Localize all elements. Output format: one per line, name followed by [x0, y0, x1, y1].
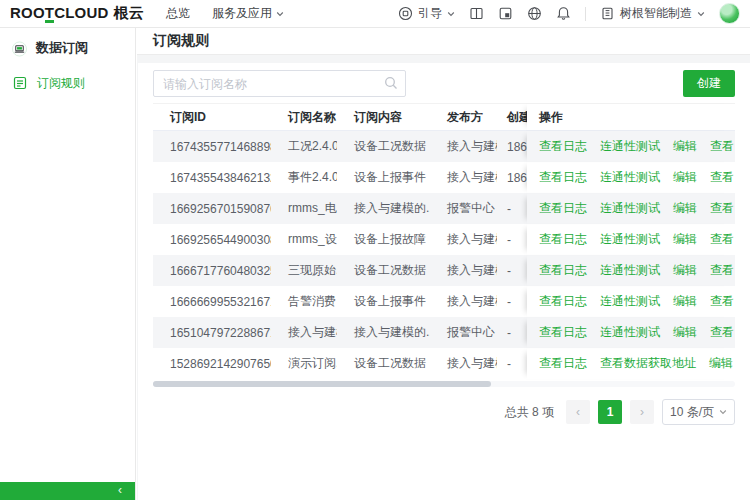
- cell-subscription-id: 1651047972288671745: [153, 317, 271, 348]
- table-row: 1669256701590876161rmms_电...接入与建模的...报警中…: [153, 193, 735, 224]
- rootcloud-logo[interactable]: ROOTCLOUD 根云: [10, 4, 144, 23]
- sidebar: 数据订阅 订阅规则 ‹: [0, 28, 136, 500]
- cell-created-time: 186: [497, 162, 527, 193]
- action-link[interactable]: 查看: [710, 262, 734, 279]
- page-size-select[interactable]: 10 条/页: [662, 399, 735, 425]
- action-link[interactable]: 查看日志: [539, 324, 587, 341]
- search-icon[interactable]: [384, 76, 398, 90]
- sidebar-module-title: 数据订阅: [0, 28, 135, 66]
- cell-publisher: 接入与建模: [430, 286, 497, 317]
- tenant-name: 树根智能制造: [620, 5, 692, 22]
- cell-subscription-name: 告警消费: [271, 286, 337, 317]
- col-header-operations: 操作: [527, 104, 735, 130]
- action-link[interactable]: 编辑: [673, 324, 697, 341]
- divider: [585, 7, 586, 21]
- chevron-down-icon: [276, 10, 284, 18]
- next-page-button[interactable]: ›: [630, 400, 654, 424]
- cell-subscription-content: 设备工况数据: [337, 348, 430, 379]
- action-link[interactable]: 编辑: [673, 293, 697, 310]
- cell-subscription-id: 1674355771468898305: [153, 131, 271, 162]
- sidebar-collapse-button[interactable]: ‹: [0, 482, 135, 500]
- action-link[interactable]: 查看数据获取地址: [600, 355, 696, 372]
- scrollbar-thumb[interactable]: [153, 381, 491, 387]
- cell-subscription-name: 接入与建模: [271, 317, 337, 348]
- content-card: 创建 订阅ID 订阅名称 订阅内容 发布方 创建时间 操作 1674355771…: [138, 63, 750, 500]
- topbar: ROOTCLOUD 根云 总览 服务及应用 引导: [0, 0, 750, 28]
- action-link[interactable]: 连通性测试: [600, 293, 660, 310]
- bell-icon[interactable]: [556, 6, 571, 21]
- action-link[interactable]: 查看: [710, 200, 734, 217]
- action-link[interactable]: 编辑: [673, 231, 697, 248]
- table-row: 1651047972288671745接入与建模接入与建模的...报警中心-查看…: [153, 317, 735, 348]
- col-header-id: 订阅ID: [153, 104, 271, 130]
- action-link[interactable]: 查看日志: [539, 200, 587, 217]
- cell-created-time: -: [497, 317, 527, 348]
- guide-menu[interactable]: 引导: [398, 5, 455, 22]
- action-link[interactable]: 查看日志: [539, 138, 587, 155]
- cell-publisher: 接入与建模: [430, 224, 497, 255]
- horizontal-scrollbar[interactable]: [153, 381, 735, 387]
- guide-icon: [398, 6, 413, 21]
- cell-publisher: 接入与建模: [430, 255, 497, 286]
- cell-publisher: 接入与建模: [430, 131, 497, 162]
- action-link[interactable]: 编辑: [673, 138, 697, 155]
- action-link[interactable]: 连通性测试: [600, 169, 660, 186]
- tenant-switcher[interactable]: 树根智能制造: [600, 5, 705, 22]
- logo-text: ROO: [10, 4, 45, 21]
- cell-operations: 查看日志连通性测试编辑查看⋮: [527, 317, 735, 348]
- globe-icon[interactable]: [527, 6, 542, 21]
- cell-publisher: 接入与建模: [430, 348, 497, 379]
- action-link[interactable]: 编辑: [673, 262, 697, 279]
- action-link[interactable]: 查看: [710, 293, 734, 310]
- nav-services-apps[interactable]: 服务及应用: [212, 5, 284, 22]
- sidebar-title-label: 数据订阅: [36, 39, 88, 57]
- action-link[interactable]: 连通性测试: [600, 200, 660, 217]
- table-row: 1674355771468898305工况2.4.0设备工况数据接入与建模186…: [153, 131, 735, 162]
- logo-underlined-letter: T: [45, 5, 54, 23]
- nav-overview[interactable]: 总览: [166, 5, 190, 22]
- action-link[interactable]: 连通性测试: [600, 324, 660, 341]
- action-link[interactable]: 查看: [710, 138, 734, 155]
- cell-operations: 查看日志连通性测试编辑查看⋮: [527, 131, 735, 162]
- guide-label: 引导: [418, 5, 442, 22]
- table-row: 1669256544900308994rmms_设...设备上报故障接入与建模-…: [153, 224, 735, 255]
- page-number-button[interactable]: 1: [598, 400, 622, 424]
- action-link[interactable]: 查看日志: [539, 169, 587, 186]
- action-link[interactable]: 连通性测试: [600, 262, 660, 279]
- cell-operations: 查看日志连通性测试编辑查看⋮: [527, 255, 735, 286]
- action-link[interactable]: 查看日志: [539, 231, 587, 248]
- cell-created-time: -: [497, 255, 527, 286]
- prev-page-button[interactable]: ‹: [566, 400, 590, 424]
- topbar-right: 引导 树根智能制造: [398, 3, 740, 24]
- cell-subscription-name: 三现原始...: [271, 255, 337, 286]
- action-link[interactable]: 编辑: [673, 169, 697, 186]
- cell-operations: 查看日志连通性测试编辑查看⋮: [527, 162, 735, 193]
- action-link[interactable]: 编辑: [709, 355, 733, 372]
- action-link[interactable]: 查看: [710, 169, 734, 186]
- table-row: 1528692142907650050演示订阅...设备工况数据接入与建模-查看…: [153, 348, 735, 379]
- apps-icon[interactable]: [498, 6, 513, 21]
- docs-icon[interactable]: [469, 6, 484, 21]
- sidebar-item-subscription-rules[interactable]: 订阅规则: [0, 66, 135, 101]
- cell-subscription-name: 工况2.4.0: [271, 131, 337, 162]
- chevron-down-icon: [697, 10, 705, 18]
- cell-subscription-content: 设备上报事件: [337, 286, 430, 317]
- action-link[interactable]: 编辑: [673, 200, 697, 217]
- page-size-value: 10 条/页: [670, 404, 714, 421]
- search-input[interactable]: [153, 70, 406, 97]
- data-subscription-icon: [12, 41, 27, 56]
- action-link[interactable]: 查看: [710, 324, 734, 341]
- create-button[interactable]: 创建: [683, 70, 735, 97]
- user-avatar[interactable]: [719, 3, 740, 24]
- action-link[interactable]: 查看日志: [539, 355, 587, 372]
- cell-operations: 查看日志连通性测试编辑查看⋮: [527, 286, 735, 317]
- action-link[interactable]: 连通性测试: [600, 138, 660, 155]
- cell-subscription-id: 1669256544900308994: [153, 224, 271, 255]
- action-link[interactable]: 查看日志: [539, 262, 587, 279]
- table-body: 1674355771468898305工况2.4.0设备工况数据接入与建模186…: [153, 131, 735, 379]
- cell-created-time: -: [497, 224, 527, 255]
- action-link[interactable]: 查看: [710, 231, 734, 248]
- action-link[interactable]: 连通性测试: [600, 231, 660, 248]
- action-link[interactable]: 查看日志: [539, 293, 587, 310]
- cell-subscription-name: rmms_电...: [271, 193, 337, 224]
